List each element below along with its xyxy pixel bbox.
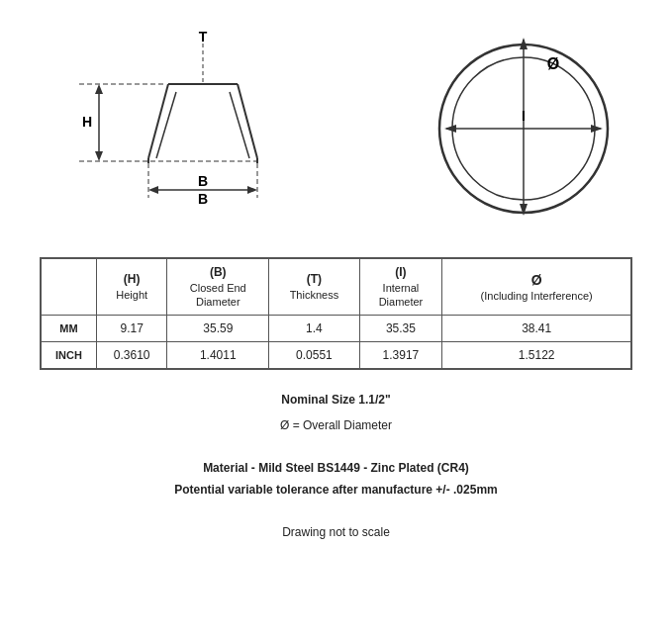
drawing-note: Drawing not to scale	[30, 522, 642, 544]
svg-text:B: B	[198, 191, 208, 207]
unit-inch: INCH	[42, 342, 97, 369]
diagram-section: T	[30, 20, 642, 247]
nominal-size: Nominal Size 1.1/2"	[30, 390, 642, 411]
svg-marker-12	[95, 84, 103, 94]
svg-marker-19	[247, 186, 257, 194]
mm-t: 1.4	[269, 316, 359, 342]
inch-t: 0.0551	[269, 342, 359, 369]
unit-mm: MM	[42, 316, 97, 342]
svg-text:H: H	[82, 114, 92, 130]
side-view: T	[49, 30, 346, 228]
inch-i: 1.3917	[359, 342, 442, 369]
mm-h: 9.17	[97, 316, 167, 342]
svg-marker-18	[148, 186, 158, 194]
col-phi-header: Ø (Including Interference)	[442, 259, 631, 316]
svg-line-8	[230, 92, 249, 158]
svg-text:I: I	[522, 108, 526, 124]
phi-definition: Ø = Overall Diameter	[30, 415, 642, 437]
mm-b: 35.59	[167, 316, 269, 342]
svg-marker-29	[444, 125, 456, 133]
empty-header	[42, 259, 97, 316]
col-b-header: (B) Closed End Diameter	[167, 259, 269, 316]
svg-marker-13	[95, 151, 103, 161]
svg-text:Ø: Ø	[547, 55, 559, 72]
col-i-header: (I) Internal Diameter	[359, 259, 442, 316]
material-line2: Potential variable tolerance after manuf…	[30, 480, 642, 502]
footer-section: Nominal Size 1.1/2" Ø = Overall Diameter…	[30, 390, 642, 543]
svg-marker-30	[591, 125, 603, 133]
table-row-inch: INCH 0.3610 1.4011 0.0551 1.3917 1.5122	[42, 342, 631, 369]
svg-text:T: T	[199, 30, 208, 45]
material-line1: Material - Mild Steel BS1449 - Zinc Plat…	[30, 458, 642, 480]
svg-line-3	[148, 84, 168, 158]
table-section: (H) Height (B) Closed End Diameter (T) T…	[40, 257, 632, 370]
col-h-header: (H) Height	[97, 259, 167, 316]
page: T	[0, 0, 672, 563]
svg-line-4	[238, 84, 257, 158]
mm-i: 35.35	[359, 316, 442, 342]
table-header-row: (H) Height (B) Closed End Diameter (T) T…	[42, 259, 631, 316]
inch-b: 1.4011	[167, 342, 269, 369]
mm-phi: 38.41	[442, 316, 631, 342]
svg-text:B: B	[198, 173, 208, 189]
data-table: (H) Height (B) Closed End Diameter (T) T…	[41, 258, 631, 369]
svg-line-7	[156, 92, 176, 158]
inch-h: 0.3610	[97, 342, 167, 369]
table-row-mm: MM 9.17 35.59 1.4 35.35 38.41	[42, 316, 631, 342]
inch-phi: 1.5122	[442, 342, 631, 369]
front-view: Ø I	[425, 30, 623, 228]
col-t-header: (T) Thickness	[269, 259, 359, 316]
